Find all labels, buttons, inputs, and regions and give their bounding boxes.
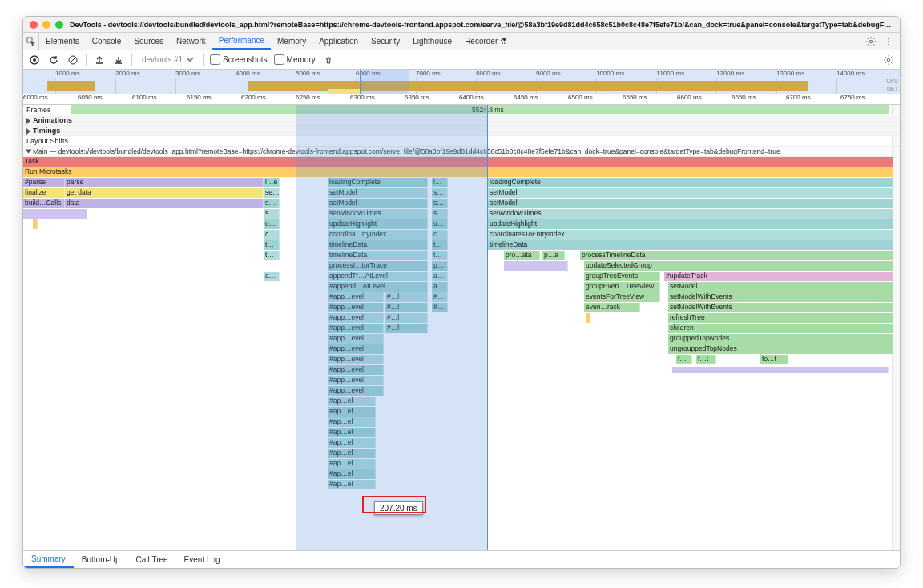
flame-entry[interactable]: #ap…el	[328, 397, 376, 406]
flame-entry[interactable]: setModel	[668, 282, 893, 292]
main-thread-header[interactable]: Main — devtools://devtools/bundled/devto…	[23, 147, 900, 157]
flame-entry[interactable]: t…	[432, 251, 448, 260]
flame-entry[interactable]: a…	[432, 272, 448, 281]
flame-entry[interactable]: updateSelectedGroup	[584, 261, 893, 271]
flame-entry[interactable]: parse	[65, 178, 264, 187]
flame-entry[interactable]: #parse	[23, 178, 65, 187]
flame-entry[interactable]: processTimelineData	[580, 251, 893, 260]
garbage-collect-button[interactable]	[322, 54, 335, 66]
flame-entry[interactable]: c…	[432, 230, 448, 240]
flame-entry[interactable]: #app…evel	[328, 386, 384, 396]
flame-entry[interactable]: groupEven…TreeView	[584, 282, 660, 292]
flame-entry[interactable]: coordinatesToEntryIndex	[488, 230, 893, 240]
timeline-overview[interactable]: 1000 ms 2000 ms 3000 ms 4000 ms 5000 ms …	[23, 70, 900, 94]
flame-entry[interactable]: a…	[432, 282, 448, 292]
flame-entry[interactable]: #app…evel	[328, 292, 384, 302]
flame-entry[interactable]: #updateTrack	[664, 272, 893, 281]
flame-entry[interactable]: #append…AtLevel	[328, 282, 428, 292]
screenshots-checkbox[interactable]: Screenshots	[210, 54, 268, 65]
flame-ruler[interactable]: 6000 ms 6050 ms 6100 ms 6150 ms 6200 ms …	[23, 94, 900, 105]
layout-shifts-track[interactable]: Layout Shifts	[23, 136, 900, 147]
flame-entry[interactable]: t…	[264, 251, 280, 260]
record-button[interactable]	[28, 54, 41, 66]
flame-entry[interactable]: loadingComplete	[488, 178, 893, 187]
flame-entry[interactable]: #app…evel	[328, 365, 384, 375]
flame-entry[interactable]: setModelWithEvents	[668, 303, 893, 312]
flame-entry[interactable]: timelineData	[488, 240, 893, 250]
flame-entry[interactable]	[586, 313, 590, 323]
minimize-window-button[interactable]	[42, 21, 50, 29]
tab-memory[interactable]: Memory	[271, 34, 312, 49]
flame-entry[interactable]: #ap…el	[328, 459, 376, 469]
flame-entry[interactable]: even…rack	[584, 303, 640, 312]
flame-entry[interactable]: #…	[432, 292, 448, 302]
flame-entry[interactable]: refreshTree	[668, 313, 893, 323]
flame-entry[interactable]: setModelWithEvents	[668, 292, 893, 302]
flame-entry[interactable]: #…	[432, 303, 448, 312]
flame-entry[interactable]: fo…t	[760, 355, 788, 364]
flame-entry[interactable]	[33, 219, 38, 229]
flame-entry[interactable]: #app…evel	[328, 313, 384, 323]
flame-entry[interactable]: s…l	[264, 199, 280, 208]
flame-entry[interactable]: #…l	[385, 303, 428, 312]
flame-entry[interactable]: loadingComplete	[328, 178, 428, 187]
flame-entry[interactable]: setModel	[328, 188, 428, 198]
flame-entry[interactable]: #…l	[385, 324, 428, 333]
flame-entry[interactable]: setWindowTimes	[328, 209, 428, 219]
flame-entry[interactable]: Run Microtasks	[23, 167, 893, 177]
flame-entry[interactable]: #app…evel	[328, 324, 384, 333]
flame-entry[interactable]: pro…ata	[504, 251, 540, 260]
flame-entry[interactable]: #ap…el	[328, 417, 376, 427]
tab-summary[interactable]: Summary	[23, 551, 74, 568]
tab-performance[interactable]: Performance	[212, 33, 271, 50]
flame-entry[interactable]: updateHighlight	[488, 219, 893, 229]
flame-entry[interactable]: se…l	[264, 188, 280, 198]
inspect-element-icon[interactable]	[23, 33, 39, 50]
flame-entry[interactable]: f…t	[696, 355, 716, 364]
flame-entry[interactable]	[504, 261, 568, 271]
flame-entry[interactable]: build…Calls	[23, 199, 65, 208]
tab-recorder[interactable]: Recorder ⚗	[458, 34, 514, 49]
flame-entry[interactable]: children	[668, 324, 893, 333]
flame-entry[interactable]: #ap…el	[328, 480, 376, 489]
tab-network[interactable]: Network	[170, 34, 212, 49]
flame-entry[interactable]: #ap…el	[328, 407, 376, 417]
flame-entry[interactable]: coordina…tryIndex	[328, 230, 428, 240]
flame-entry[interactable]: u…	[432, 219, 448, 229]
flame-entry[interactable]: t…	[432, 240, 448, 250]
flame-entry[interactable]: setModel	[488, 188, 893, 198]
flame-entry[interactable]: c…	[264, 230, 280, 240]
flame-entry[interactable]: processI…torTrace	[328, 261, 428, 271]
flame-entry[interactable]: updateHighlight	[328, 219, 428, 229]
flame-entry[interactable]: f…	[676, 355, 692, 364]
target-select[interactable]: devtools #1	[139, 54, 196, 65]
flame-entry[interactable]: s…	[432, 199, 448, 208]
close-window-button[interactable]	[30, 21, 38, 29]
tab-lighthouse[interactable]: Lighthouse	[406, 34, 458, 49]
flame-entry[interactable]: a…	[264, 272, 280, 281]
flame-entry[interactable]: #ap…el	[328, 449, 376, 458]
flame-entry[interactable]: Task	[23, 157, 893, 167]
tab-bottom-up[interactable]: Bottom-Up	[74, 552, 128, 567]
tab-call-tree[interactable]: Call Tree	[128, 552, 176, 567]
tab-security[interactable]: Security	[365, 34, 406, 49]
overview-viewport-window[interactable]	[360, 70, 409, 94]
flame-entry[interactable]: l…	[432, 178, 448, 187]
flame-entry[interactable]: #app…evel	[328, 376, 384, 385]
flame-entry[interactable]: #ap…el	[328, 438, 376, 448]
frames-track[interactable]: Frames 5524.8 ms	[23, 105, 900, 115]
flame-entry[interactable]: get data	[65, 188, 264, 198]
maximize-window-button[interactable]	[55, 21, 63, 29]
flame-entry[interactable]: s…	[432, 188, 448, 198]
flame-entry[interactable]: eventsForTreeView	[584, 292, 660, 302]
flame-entry[interactable]: #ap…el	[328, 469, 376, 479]
flame-entry[interactable]: s…	[432, 209, 448, 219]
flame-entry[interactable]: p…a	[542, 251, 565, 260]
reload-record-button[interactable]	[47, 54, 60, 66]
settings-gear-icon[interactable]	[865, 35, 877, 48]
flame-entry[interactable]: u…	[264, 219, 280, 229]
flame-entry[interactable]	[672, 367, 889, 373]
flame-entry[interactable]: #app…evel	[328, 334, 384, 344]
flame-entry[interactable]: #ap…el	[328, 428, 376, 437]
flame-entry[interactable]: #…l	[385, 313, 428, 323]
